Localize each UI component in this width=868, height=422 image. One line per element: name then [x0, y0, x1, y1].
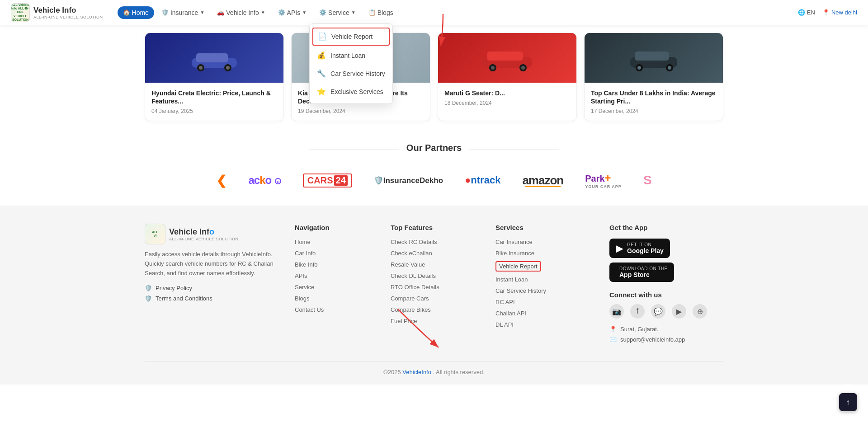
partner-ontrack[interactable]: ●ntrack: [461, 169, 504, 191]
card-1-body: Hyundai Creta Electric: Price, Launch & …: [145, 83, 283, 121]
share-icon[interactable]: ⊕: [693, 304, 707, 319]
dropdown-item-instant-loan[interactable]: 💰 Instant Loan: [310, 47, 392, 65]
svg-point-24: [668, 66, 671, 70]
svg-rect-14: [487, 52, 523, 61]
nav-service-label: Service: [328, 9, 349, 16]
footer-service-rc-api[interactable]: RC API: [495, 299, 595, 305]
service-dropdown-menu: 📄 Vehicle Report 💰 Instant Loan 🔧 Car Se…: [309, 23, 393, 104]
facebook-icon[interactable]: f: [630, 304, 645, 319]
footer-service-vehicle-report[interactable]: Vehicle Report: [495, 261, 541, 272]
nav-blogs[interactable]: 📋 Blogs: [363, 6, 399, 19]
nav-insurance[interactable]: 🛡️ Insurance ▼: [156, 6, 210, 19]
footer-feature-dl[interactable]: Check DL Details: [391, 272, 481, 279]
footer-brand-link[interactable]: VehicleInfo: [402, 369, 431, 375]
terms-icon: 🛡️: [145, 295, 152, 302]
footer-feature-compare-bikes[interactable]: Compare Bikes: [391, 306, 481, 313]
card-4[interactable]: Top Cars Under 8 Lakhs in India: Average…: [584, 33, 723, 121]
footer-logo-row: ALLVI Vehicle Info ALL-IN-ONE VEHICLE SO…: [145, 224, 280, 244]
partners-title: Our Partners: [406, 143, 462, 153]
footer-service-bike-insurance[interactable]: Bike Insurance: [495, 250, 595, 257]
car-service-history-icon: 🔧: [317, 69, 326, 78]
location-pin-icon: 📍: [609, 326, 617, 333]
card-1[interactable]: Hyundai Creta Electric: Price, Launch & …: [145, 33, 284, 121]
card-1-date: 04 January, 2025: [151, 108, 277, 114]
whatsapp-icon[interactable]: 💬: [651, 304, 665, 319]
footer-privacy-link[interactable]: 🛡️ Privacy Policy: [145, 285, 280, 291]
footer-nav-contact[interactable]: Contact Us: [295, 306, 376, 313]
brand-logo-link[interactable]: ALL Vehicle Info ALL-IN-ONE VEHICLE SOLU…: [11, 3, 103, 22]
nav-apis[interactable]: ⚙️ APIs ▼: [273, 6, 312, 19]
brand-tagline: ALL-IN-ONE VEHICLE SOLUTION: [33, 15, 103, 19]
exclusive-services-icon: ⭐: [317, 87, 326, 96]
google-play-large-label: Google Play: [627, 247, 664, 254]
footer-brand-name: Vehicle Info: [169, 227, 239, 237]
footer-terms-label: Terms and Conditions: [156, 295, 212, 302]
footer-get-app-title: Get the App: [609, 224, 736, 231]
partner-amazon[interactable]: amazon: [519, 169, 567, 191]
dropdown-item-car-service-history[interactable]: 🔧 Car Service History: [310, 65, 392, 83]
nav-apis-label: APIs: [287, 9, 301, 16]
brand-logo-image: ALL Vehicle Info ALL-IN-ONE VEHICLE SOLU…: [11, 3, 30, 22]
footer-terms-link[interactable]: 🛡️ Terms and Conditions: [145, 295, 280, 302]
card-3[interactable]: Maruti G Seater: D... 18 December, 2024: [438, 33, 577, 121]
footer-service-instant-loan[interactable]: Instant Loan: [495, 276, 595, 283]
partner-insurancedekho[interactable]: 🛡️InsuranceDekho: [370, 169, 447, 191]
footer-service-car-insurance[interactable]: Car Insurance: [495, 239, 595, 245]
footer-nav-home[interactable]: Home: [295, 239, 376, 245]
nav-home[interactable]: 🏠 Home: [118, 6, 154, 19]
dropdown-item-vehicle-report[interactable]: 📄 Vehicle Report: [312, 28, 390, 46]
service-icon: ⚙️: [319, 9, 326, 16]
partners-section: Our Partners ❮ acko R CARS24 🛡️Insurance…: [0, 128, 868, 206]
google-play-icon: ▶: [616, 243, 623, 254]
dropdown-item-exclusive-services[interactable]: ⭐ Exclusive Services: [310, 83, 392, 101]
nav-service[interactable]: ⚙️ Service ▼ 📄 Vehicle Report 💰 Instant …: [314, 6, 361, 19]
shield-icon: 🛡️: [145, 285, 152, 291]
connect-title: Connect with us: [609, 291, 736, 299]
svg-rect-20: [635, 52, 669, 61]
location-button[interactable]: 📍 New delhi: [822, 9, 857, 16]
partner-acko[interactable]: acko R: [245, 169, 284, 191]
footer-feature-compare-cars[interactable]: Compare Cars: [391, 295, 481, 302]
footer-nav-bike-info[interactable]: Bike Info: [295, 261, 376, 268]
nav-items: 🏠 Home 🛡️ Insurance ▼ 🚗 Vehicle Info ▼ ⚙…: [118, 6, 798, 19]
footer-feature-rc[interactable]: Check RC Details: [391, 239, 481, 245]
nav-blogs-label: Blogs: [377, 9, 393, 16]
footer-privacy-label: Privacy Policy: [156, 285, 192, 291]
svg-point-18: [521, 66, 525, 70]
footer-feature-echallan[interactable]: Check eChallan: [391, 250, 481, 257]
lang-button[interactable]: 🌐 EN: [798, 9, 815, 16]
vehicle-info-chevron-icon: ▼: [261, 10, 265, 15]
blogs-icon: 📋: [368, 9, 376, 16]
footer-nav-apis[interactable]: APIs: [295, 272, 376, 279]
app-store-button[interactable]: DOWNLOAD ON THE App Store: [609, 263, 674, 282]
footer-feature-rto[interactable]: RTO Office Details: [391, 284, 481, 291]
footer-service-car-service[interactable]: Car Service History: [495, 287, 595, 294]
instagram-icon[interactable]: 📷: [609, 304, 624, 319]
svg-point-5: [199, 66, 203, 70]
footer-bottom: ©2025 VehicleInfo . All rights reserved.: [145, 361, 723, 375]
footer-copyright: ©2025: [383, 369, 401, 375]
footer-feature-resale[interactable]: Resale Value: [391, 261, 481, 268]
youtube-icon[interactable]: ▶: [672, 304, 686, 319]
google-play-button[interactable]: ▶ GET IT ON Google Play: [609, 239, 670, 258]
ontrack-logo: ●ntrack: [465, 174, 500, 186]
lang-label: EN: [807, 9, 815, 16]
nav-vehicle-info[interactable]: 🚗 Vehicle Info ▼: [212, 6, 270, 19]
footer-brand-tagline: ALL-IN-ONE VEHICLE SOLUTION: [169, 237, 239, 241]
nav-insurance-label: Insurance: [170, 9, 198, 16]
footer-service-challan-api[interactable]: Challan API: [495, 310, 595, 317]
card-3-body: Maruti G Seater: D... 18 December, 2024: [438, 83, 576, 113]
footer-feature-fuel[interactable]: Fuel Price: [391, 318, 481, 324]
home-icon: 🏠: [123, 9, 130, 16]
footer-nav-blogs[interactable]: Blogs: [295, 295, 376, 302]
email-icon: ✉️: [609, 336, 617, 343]
footer-logo-text: ALLVI: [152, 230, 158, 238]
footer-nav-service[interactable]: Service: [295, 284, 376, 291]
app-store-large-label: App Store: [619, 271, 668, 278]
footer-nav-car-info[interactable]: Car Info: [295, 250, 376, 257]
partner-park-plus[interactable]: Park+ YOUR CAR APP: [581, 169, 625, 191]
footer-service-dl-api[interactable]: DL API: [495, 321, 595, 328]
footer-app-col: Get the App ▶ GET IT ON Google Play: [609, 224, 736, 347]
partner-cars24[interactable]: CARS24: [299, 169, 356, 191]
insurance-icon: 🛡️: [161, 9, 169, 16]
